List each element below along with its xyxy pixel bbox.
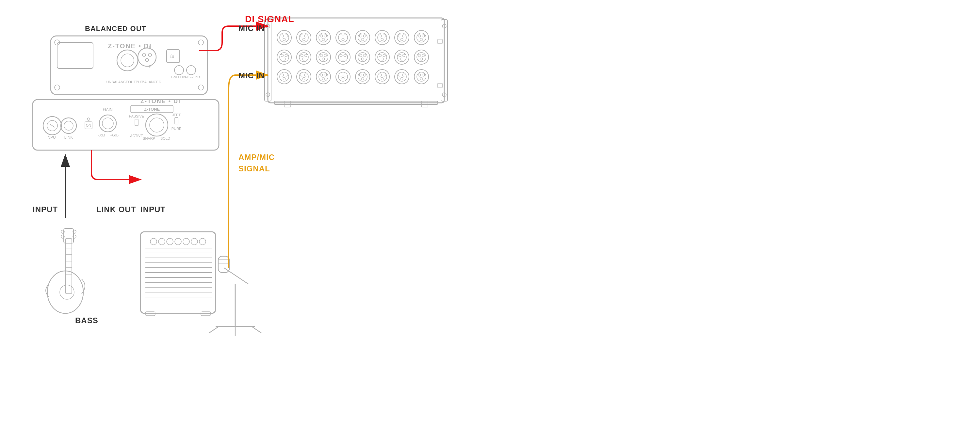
svg-point-203 (175, 238, 181, 245)
bass-label: BASS (75, 316, 98, 325)
svg-point-112 (302, 58, 305, 60)
svg-text:SHARP: SHARP (143, 136, 155, 140)
svg-rect-184 (438, 83, 442, 88)
svg-point-170 (379, 74, 382, 76)
svg-point-110 (301, 54, 303, 57)
svg-rect-183 (438, 39, 442, 44)
svg-point-8 (142, 53, 146, 57)
svg-point-120 (340, 54, 342, 57)
svg-point-115 (320, 54, 323, 57)
svg-point-65 (281, 35, 283, 37)
svg-point-5 (117, 50, 138, 71)
svg-point-151 (304, 74, 307, 76)
svg-point-100 (418, 35, 421, 37)
svg-point-111 (304, 54, 307, 57)
svg-point-101 (422, 35, 425, 37)
svg-text:BALANCED: BALANCED (142, 80, 161, 84)
svg-point-128 (375, 50, 390, 64)
svg-point-19 (54, 85, 60, 90)
di-signal-label: DI SIGNAL (245, 14, 294, 24)
svg-point-201 (158, 238, 165, 245)
input-arrow-label: INPUT (33, 205, 58, 214)
svg-text:Z-TONE: Z-TONE (144, 107, 160, 112)
svg-point-82 (342, 38, 344, 41)
svg-point-153 (316, 70, 331, 84)
svg-point-9 (148, 53, 151, 57)
svg-point-81 (344, 35, 346, 37)
svg-point-181 (422, 74, 425, 76)
svg-point-106 (285, 54, 288, 57)
svg-point-127 (361, 58, 364, 60)
svg-point-117 (322, 58, 325, 60)
svg-point-15 (175, 66, 184, 75)
input-amp-label: INPUT (140, 205, 165, 214)
svg-point-88 (375, 30, 390, 45)
svg-point-18 (198, 40, 204, 45)
svg-point-206 (199, 238, 206, 245)
svg-point-92 (381, 38, 383, 41)
amp-mic-signal-label-2: SIGNAL (239, 164, 270, 173)
svg-point-145 (281, 74, 283, 76)
svg-point-123 (355, 50, 370, 64)
svg-point-71 (304, 35, 307, 37)
svg-line-216 (209, 327, 219, 333)
svg-point-140 (418, 54, 421, 57)
svg-point-205 (191, 238, 197, 245)
svg-point-103 (277, 50, 291, 64)
svg-point-70 (301, 35, 303, 37)
svg-text:INPUT: INPUT (46, 135, 59, 140)
svg-point-148 (297, 70, 311, 84)
svg-point-143 (277, 70, 291, 84)
svg-point-66 (285, 35, 288, 37)
svg-point-136 (402, 54, 405, 57)
svg-point-73 (316, 30, 331, 45)
svg-point-77 (322, 38, 325, 41)
svg-point-7 (138, 48, 156, 66)
svg-text:LINK: LINK (64, 135, 73, 140)
svg-point-155 (320, 74, 323, 76)
svg-point-38 (99, 115, 116, 132)
svg-text:-8dB: -8dB (97, 133, 105, 137)
svg-point-177 (401, 78, 403, 80)
svg-text:+: + (148, 63, 151, 69)
svg-point-138 (414, 50, 429, 64)
svg-point-48 (146, 114, 168, 136)
svg-point-72 (302, 38, 305, 41)
svg-point-68 (297, 30, 311, 45)
svg-point-200 (150, 238, 157, 245)
svg-point-90 (379, 35, 382, 37)
svg-point-156 (324, 74, 327, 76)
svg-text:OUTPUT: OUTPUT (128, 80, 143, 84)
svg-point-91 (383, 35, 385, 37)
svg-point-172 (381, 78, 383, 80)
svg-point-175 (399, 74, 401, 76)
svg-point-157 (322, 78, 325, 80)
svg-rect-220 (65, 238, 72, 294)
svg-point-75 (320, 35, 323, 37)
svg-line-218 (251, 327, 261, 333)
svg-point-176 (402, 74, 405, 76)
svg-point-135 (399, 54, 401, 57)
svg-point-63 (277, 30, 291, 45)
svg-point-10 (145, 59, 149, 62)
svg-text:BOLD: BOLD (161, 136, 170, 140)
svg-line-210 (224, 268, 248, 284)
svg-point-6 (121, 54, 134, 67)
amp-mic-signal-label: AMP/MIC (239, 153, 275, 162)
svg-point-167 (361, 78, 364, 80)
svg-point-132 (381, 58, 383, 60)
balanced-out-label: BALANCED OUT (85, 24, 146, 33)
svg-point-83 (355, 30, 370, 45)
svg-point-32 (64, 121, 73, 130)
svg-point-20 (198, 85, 204, 90)
svg-point-105 (281, 54, 283, 57)
svg-point-163 (355, 70, 370, 84)
svg-point-146 (285, 74, 288, 76)
svg-point-161 (344, 74, 346, 76)
svg-point-96 (402, 35, 405, 37)
svg-text:ACTIVE: ACTIVE (130, 134, 143, 138)
svg-text:≋: ≋ (170, 53, 175, 59)
svg-point-98 (414, 30, 429, 45)
svg-point-31 (61, 118, 76, 133)
svg-point-108 (297, 50, 311, 64)
